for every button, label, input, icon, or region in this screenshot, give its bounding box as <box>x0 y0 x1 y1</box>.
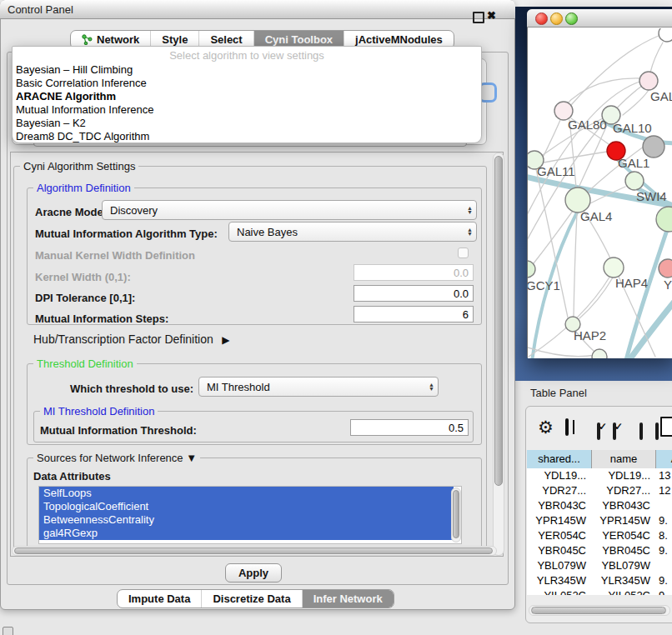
settings-horizontal-scrollbar[interactable] <box>12 546 497 556</box>
attribute-list-item[interactable]: SelfLoops <box>39 487 454 500</box>
settings-vertical-scrollbar[interactable] <box>493 152 504 556</box>
hub-definition-toggle[interactable]: Hub/Transcription Factor Definition ▶ <box>33 332 229 347</box>
network-canvas[interactable]: GALGAL80GAL10GAL1GAL11SWI4GAL4GCY1HAP4YH… <box>528 28 672 358</box>
table-row[interactable]: YDL19... YDL19... 13 <box>527 468 672 483</box>
network-node[interactable] <box>639 72 658 90</box>
network-node[interactable] <box>592 349 607 358</box>
control-panel-titlebar[interactable]: Control Panel ✖ <box>0 0 515 19</box>
columns-icon[interactable] <box>565 418 569 436</box>
network-node[interactable] <box>659 259 672 278</box>
table-row[interactable]: YBL079W YBL079W <box>527 558 672 573</box>
network-edge[interactable] <box>623 90 649 115</box>
table-column-header[interactable]: shared... <box>527 450 592 468</box>
tab[interactable]: Infer Network <box>302 590 394 608</box>
dropdown-placeholder: Select algorithm to view settings <box>13 47 481 63</box>
network-window-titlebar[interactable] <box>527 9 672 28</box>
table-row[interactable]: YBR045C YBR045C 9. <box>527 543 672 558</box>
zoom-window-icon[interactable] <box>565 12 578 25</box>
network-edge[interactable] <box>579 278 613 318</box>
algorithm-option[interactable]: Bayesian – Hill Climbing <box>13 63 481 77</box>
table-row[interactable]: YIL052C YIL052C 9 <box>527 588 672 595</box>
table-cell: YBR045C <box>592 543 656 558</box>
tab[interactable]: Discretize Data <box>201 590 301 608</box>
algorithm-option[interactable]: Bayesian – K2 <box>13 117 481 130</box>
attributes-scrollbar-thumb[interactable] <box>453 490 459 538</box>
network-node-label: Y <box>664 278 672 292</box>
table-cell: YLR345W <box>592 573 656 588</box>
table-header-row: shared...nameA <box>527 450 672 469</box>
settings-vertical-scrollbar-thumb[interactable] <box>494 156 503 486</box>
expand-arrow-icon: ▶ <box>222 334 229 346</box>
network-node-label: GAL1 <box>618 156 649 170</box>
table-row[interactable]: YLR345W YLR345W 9. <box>527 573 672 588</box>
dpi-tolerance-field[interactable]: 0.0 <box>354 285 474 302</box>
network-edge[interactable] <box>650 42 663 72</box>
network-node[interactable] <box>659 28 672 42</box>
kernel-width-field[interactable]: 0.0 <box>354 264 474 281</box>
mi-steps-field[interactable]: 6 <box>354 306 474 322</box>
attribute-list-item[interactable]: BetweennessCentrality <box>39 513 454 527</box>
attribute-list-item[interactable]: gal4RGexp <box>39 527 454 540</box>
table-cell: YBL079W <box>592 558 656 573</box>
select-all-columns-icon[interactable] <box>597 422 600 440</box>
algorithm-option[interactable]: ARACNE Algorithm <box>13 90 481 103</box>
sources-legend[interactable]: Sources for Network Inference ▼ <box>33 452 200 464</box>
tab[interactable]: Impute Data <box>118 590 201 608</box>
table-cell <box>656 558 672 573</box>
network-node[interactable] <box>625 172 644 190</box>
which-threshold-combo[interactable]: MI Threshold ▲▼ <box>198 377 439 397</box>
network-node-label: GAL11 <box>537 164 575 178</box>
table-cell: 9 <box>656 588 672 595</box>
new-table-icon[interactable] <box>660 417 672 437</box>
attribute-list-item[interactable]: TopologicalCoefficient <box>39 500 454 513</box>
algorithm-option[interactable]: Mutual Information Inference <box>13 103 481 117</box>
gear-icon[interactable]: ⚙ <box>538 418 554 437</box>
table-column-header[interactable]: A <box>656 450 672 468</box>
mi-threshold-field[interactable]: 0.5 <box>350 419 469 436</box>
combo-stepper-icon: ▲▼ <box>467 228 476 236</box>
network-node[interactable] <box>643 136 664 158</box>
mi-algorithm-type-combo[interactable]: Naive Bayes ▲▼ <box>228 222 477 242</box>
table-cell: 12 <box>656 483 672 498</box>
table-cell: 9. <box>656 543 672 558</box>
table-row[interactable]: YPR145W YPR145W 9. <box>527 513 672 528</box>
settings-horizontal-scrollbar-thumb[interactable] <box>14 548 493 554</box>
table-cell: 13 <box>656 468 672 483</box>
table-horizontal-scrollbar[interactable] <box>529 605 670 616</box>
dpi-tolerance-label: DPI Tolerance [0,1]: <box>35 292 135 304</box>
network-node[interactable] <box>656 207 672 232</box>
screenshot-root: Control Panel ✖ Network <box>0 0 672 635</box>
apply-button[interactable]: Apply <box>225 563 282 582</box>
tab-label: Style <box>162 33 188 46</box>
network-canvas-svg[interactable]: GALGAL80GAL10GAL1GAL11SWI4GAL4GCY1HAP4YH… <box>528 28 672 358</box>
mi-algorithm-type-label: Mutual Information Algorithm Type: <box>35 228 218 240</box>
network-node[interactable] <box>604 258 624 278</box>
collapsed-panel-icon[interactable] <box>3 627 13 635</box>
table-row[interactable]: YBR043C YBR043C <box>527 498 672 513</box>
deselect-all-columns-icon[interactable] <box>655 422 659 440</box>
data-attributes-list[interactable]: SelfLoopsTopologicalCoefficientBetweenne… <box>38 486 462 544</box>
network-edge[interactable] <box>574 212 577 317</box>
table-cell: YDR27... <box>592 483 656 498</box>
cyni-algorithm-settings-legend: Cyni Algorithm Settings <box>20 160 138 172</box>
select-all-columns-icon[interactable] <box>613 422 616 440</box>
network-node-label: GCY1 <box>528 278 560 292</box>
aracne-mode-combo[interactable]: Discovery ▲▼ <box>102 200 477 220</box>
float-window-icon[interactable] <box>473 12 484 23</box>
algorithm-option[interactable]: Basic Correlation Inference <box>13 77 481 90</box>
table-row[interactable]: YDR27... YDR27... 12 <box>527 483 672 498</box>
close-window-icon[interactable] <box>535 12 548 25</box>
minimize-window-icon[interactable] <box>550 12 563 25</box>
attributes-vertical-scrollbar[interactable] <box>451 488 461 542</box>
table-column-header[interactable]: name <box>592 450 656 468</box>
close-icon[interactable]: ✖ <box>487 9 496 22</box>
table-horizontal-scrollbar-thumb[interactable] <box>531 607 666 614</box>
algorithm-option[interactable]: Dream8 DC_TDC Algorithm <box>13 130 481 143</box>
manual-kernel-checkbox[interactable] <box>458 248 469 258</box>
table-row[interactable]: YER054C YER054C 8. <box>527 528 672 543</box>
deselect-all-columns-icon[interactable] <box>639 422 643 440</box>
network-edge[interactable] <box>528 347 595 357</box>
kernel-width-label: Kernel Width (0,1): <box>35 271 131 283</box>
network-node-label: SWI4 <box>636 189 667 203</box>
collapse-arrow-icon: ▼ <box>186 452 197 464</box>
